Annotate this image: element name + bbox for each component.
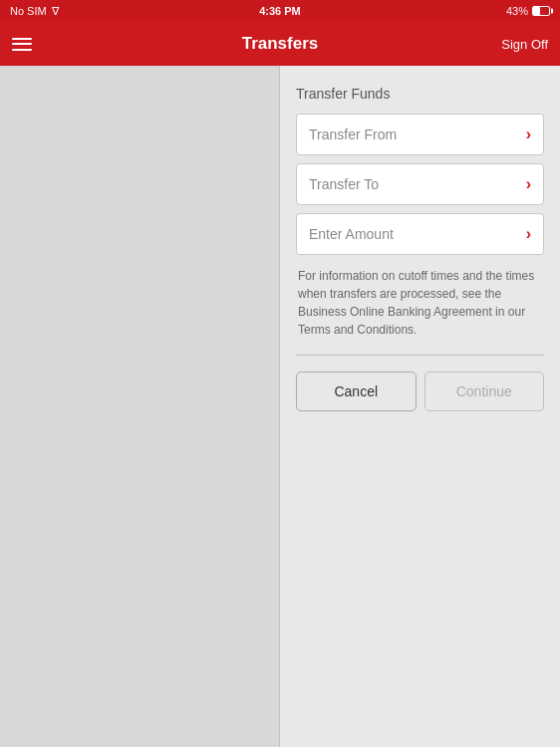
sidebar	[0, 66, 279, 747]
status-left: No SIM ∇	[10, 5, 59, 18]
battery-percent: 43%	[506, 5, 528, 17]
transfer-from-chevron: ›	[526, 125, 531, 143]
cancel-button[interactable]: Cancel	[296, 372, 417, 411]
transfer-from-row[interactable]: Transfer From ›	[296, 114, 544, 155]
battery-fill	[533, 7, 540, 15]
status-right: 43%	[506, 5, 550, 17]
divider	[296, 355, 544, 356]
transfer-panel: Transfer Funds Transfer From › Transfer …	[279, 66, 560, 747]
enter-amount-chevron: ›	[526, 225, 531, 243]
status-bar: No SIM ∇ 4:36 PM 43%	[0, 0, 560, 22]
menu-line-2	[12, 43, 32, 45]
info-text: For information on cutoff times and the …	[296, 267, 544, 339]
signoff-button[interactable]: Sign Off	[501, 37, 548, 52]
transfer-to-chevron: ›	[526, 175, 531, 193]
status-time: 4:36 PM	[259, 5, 301, 17]
main-content: Transfer Funds Transfer From › Transfer …	[0, 66, 560, 747]
carrier-label: No SIM	[10, 5, 47, 17]
menu-button[interactable]	[12, 38, 32, 51]
transfer-from-label: Transfer From	[309, 126, 397, 142]
continue-button[interactable]: Continue	[424, 372, 545, 411]
transfer-to-row[interactable]: Transfer To ›	[296, 163, 544, 205]
menu-line-3	[12, 49, 32, 51]
battery-icon	[532, 6, 550, 16]
enter-amount-label: Enter Amount	[309, 226, 394, 242]
navbar: Transfers Sign Off	[0, 22, 560, 66]
menu-line-1	[12, 38, 32, 40]
page-title: Transfers	[242, 34, 319, 54]
enter-amount-row[interactable]: Enter Amount ›	[296, 213, 544, 255]
wifi-icon: ∇	[52, 5, 59, 18]
section-title: Transfer Funds	[296, 86, 544, 102]
button-row: Cancel Continue	[296, 372, 544, 411]
transfer-to-label: Transfer To	[309, 176, 379, 192]
